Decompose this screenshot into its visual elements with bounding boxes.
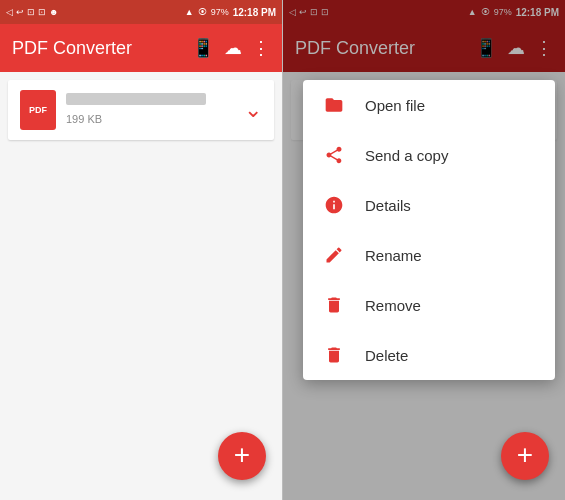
info-icon (323, 194, 345, 216)
time-display-left: 12:18 PM (233, 7, 276, 18)
pdf-label-left: PDF (29, 105, 47, 115)
notif-icon-2: ↩ (16, 7, 24, 17)
file-name-blurred-left (66, 93, 206, 105)
menu-item-open-file[interactable]: Open file (303, 80, 555, 130)
menu-label-remove: Remove (365, 297, 421, 314)
folder-icon (323, 94, 345, 116)
menu-item-send-copy[interactable]: Send a copy (303, 130, 555, 180)
toolbar-left: PDF Converter 📱 ☁ ⋮ (0, 24, 282, 72)
menu-label-send-copy: Send a copy (365, 147, 448, 164)
fab-right[interactable]: + (501, 432, 549, 480)
context-menu: Open file Send a copy Details (303, 80, 555, 380)
fab-plus-icon-right: + (517, 441, 533, 469)
status-icons-right: ▲ ⦿ 97% 12:18 PM (185, 7, 276, 18)
wifi-icon: ⦿ (198, 7, 207, 17)
menu-item-details[interactable]: Details (303, 180, 555, 230)
cloud-icon[interactable]: ☁ (224, 37, 242, 59)
battery-pct: 97% (211, 7, 229, 17)
menu-label-open-file: Open file (365, 97, 425, 114)
menu-label-delete: Delete (365, 347, 408, 364)
right-panel: ◁ ↩ ⊡ ⊡ ▲ ⦿ 97% 12:18 PM PDF Converter 📱… (283, 0, 565, 500)
menu-item-rename[interactable]: Rename (303, 230, 555, 280)
phone-icon[interactable]: 📱 (192, 37, 214, 59)
notif-icon-3: ⊡ (27, 7, 35, 17)
file-item-left[interactable]: PDF 199 KB ⌄ (8, 80, 274, 140)
file-size-left: 199 KB (66, 113, 102, 125)
notif-icon-4: ⊡ (38, 7, 46, 17)
pdf-icon-left: PDF (20, 90, 56, 130)
android-icon: ☻ (49, 7, 58, 17)
expand-icon-left[interactable]: ⌄ (244, 97, 262, 123)
menu-item-remove[interactable]: Remove (303, 280, 555, 330)
notif-icon-1: ◁ (6, 7, 13, 17)
share-icon (323, 144, 345, 166)
status-icons-left: ◁ ↩ ⊡ ⊡ ☻ (6, 7, 58, 17)
app-title-left: PDF Converter (12, 38, 182, 59)
signal-icon: ▲ (185, 7, 194, 17)
edit-icon (323, 244, 345, 266)
left-panel: ◁ ↩ ⊡ ⊡ ☻ ▲ ⦿ 97% 12:18 PM PDF Converter… (0, 0, 282, 500)
status-bar-left: ◁ ↩ ⊡ ⊡ ☻ ▲ ⦿ 97% 12:18 PM (0, 0, 282, 24)
fab-left[interactable]: + (218, 432, 266, 480)
trash-icon (323, 294, 345, 316)
menu-label-rename: Rename (365, 247, 422, 264)
file-info-left: 199 KB (66, 93, 234, 127)
fab-plus-icon-left: + (234, 441, 250, 469)
menu-label-details: Details (365, 197, 411, 214)
delete-icon (323, 344, 345, 366)
more-options-icon[interactable]: ⋮ (252, 37, 270, 59)
menu-item-delete[interactable]: Delete (303, 330, 555, 380)
